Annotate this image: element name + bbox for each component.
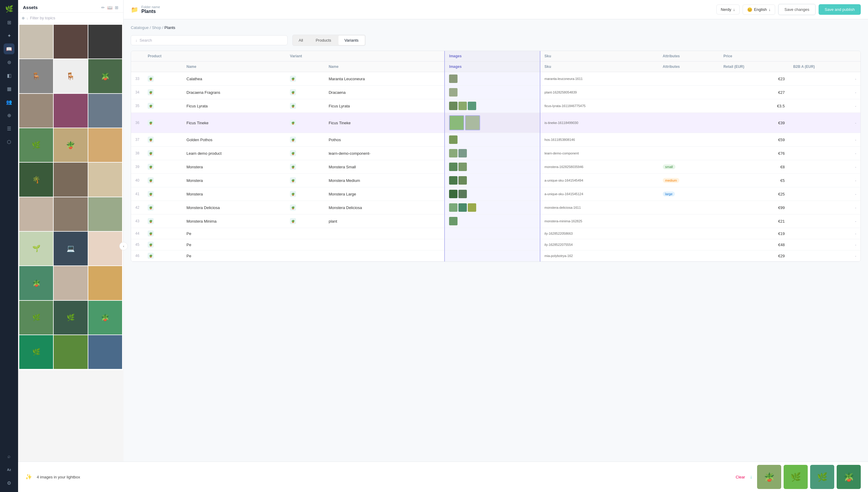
assets-header-actions: ✏ 📖 ⊞ <box>101 5 119 10</box>
language-button[interactable]: 😊 English ↓ <box>743 4 775 15</box>
tab-products[interactable]: Products <box>310 35 337 46</box>
asset-item[interactable]: 🌴 <box>19 163 53 196</box>
tab-all[interactable]: All <box>293 35 309 46</box>
asset-item[interactable]: 🪴 <box>19 266 53 300</box>
asset-item[interactable] <box>88 163 122 196</box>
lightbox-thumb-2[interactable]: 🌿 <box>784 465 808 489</box>
save-changes-button[interactable]: Save changes <box>778 4 816 15</box>
asset-item[interactable] <box>54 335 87 369</box>
table-row: 43 🪴 Monstera Minima 🪴 plant monstera-mi… <box>131 215 861 228</box>
lightbox-download-button[interactable]: ↓ <box>750 474 752 479</box>
variant-name-cell[interactable] <box>324 239 445 250</box>
images-cell <box>445 113 540 133</box>
chart-icon[interactable]: ▦ <box>4 83 15 94</box>
list-icon[interactable]: ☰ <box>4 123 15 134</box>
save-publish-button[interactable]: Save and publish <box>819 4 861 15</box>
table-row: 46 🪴 Pe mia-polybotrya-162 €29 - <box>131 250 861 262</box>
asset-item[interactable]: 🌿 <box>54 301 87 335</box>
product-name-cell[interactable]: Monstera <box>182 160 286 174</box>
product-name-cell[interactable]: Learn demo product <box>182 147 286 160</box>
product-name-cell[interactable]: Pe <box>182 250 286 262</box>
asset-item[interactable]: 🌿 <box>19 128 53 162</box>
grid-icon[interactable]: ⊞ <box>4 17 15 28</box>
asset-item[interactable] <box>54 163 87 196</box>
search-input[interactable] <box>139 38 283 43</box>
asset-item[interactable]: 🪴 <box>54 128 87 162</box>
asset-item[interactable] <box>54 94 87 128</box>
variant-name-cell[interactable]: Monstera Medium <box>324 174 445 187</box>
variant-name-cell[interactable]: Monstera Large <box>324 187 445 201</box>
asset-item[interactable] <box>88 25 122 58</box>
book-icon[interactable]: 📖 <box>107 5 112 10</box>
variant-name-cell[interactable]: Dracaena <box>324 86 445 99</box>
variant-name-cell[interactable]: Pothos <box>324 133 445 147</box>
asset-item[interactable]: 🌱 <box>19 232 53 266</box>
variant-name-cell[interactable]: plant <box>324 215 445 228</box>
asset-item[interactable] <box>88 94 122 128</box>
search-icon[interactable]: ⌕ <box>4 451 15 462</box>
puzzle-icon[interactable]: ⊛ <box>4 57 15 68</box>
variant-name-cell[interactable] <box>324 250 445 262</box>
asset-item[interactable] <box>19 197 53 231</box>
asset-item[interactable] <box>54 25 87 58</box>
connections-icon[interactable]: ✦ <box>4 30 15 41</box>
cube-icon[interactable]: ⬡ <box>4 137 15 147</box>
language-label: English <box>754 7 767 12</box>
variant-name-cell[interactable]: Maranta Leuconeura <box>324 72 445 86</box>
variant-name-cell[interactable]: Ficus Tineke <box>324 113 445 133</box>
breadcrumb-shop[interactable]: Shop <box>152 25 161 30</box>
variant-name-cell[interactable]: Ficus Lyrata <box>324 99 445 113</box>
tag-icon[interactable]: ⊕ <box>4 110 15 121</box>
variant-icon-cell: 🪴 <box>286 86 324 99</box>
product-name-cell[interactable]: Monstera <box>182 174 286 187</box>
people-icon[interactable]: 👥 <box>4 97 15 107</box>
lightbox-thumb-3[interactable]: 🌿 <box>810 465 834 489</box>
product-name-cell[interactable]: Monstera Deliciosa <box>182 201 286 215</box>
product-name-cell[interactable]: Ficus Tineke <box>182 113 286 133</box>
product-name-cell[interactable]: Calathea <box>182 72 286 86</box>
asset-item[interactable]: 🪑 <box>54 59 87 93</box>
search-arrow-icon: ↓ <box>135 38 137 43</box>
product-name-cell[interactable]: Dracaena Fragrans <box>182 86 286 99</box>
asset-item[interactable] <box>19 25 53 58</box>
product-name-cell[interactable]: Pe <box>182 239 286 250</box>
b2ba-cell: - <box>789 113 861 133</box>
asset-item[interactable] <box>54 266 87 300</box>
collapse-panel-button[interactable]: ‹ <box>120 242 128 250</box>
product-name-cell[interactable]: Monstera Minima <box>182 215 286 228</box>
product-name-cell[interactable]: Ficus Lyrata <box>182 99 286 113</box>
variant-name-cell[interactable]: Monstera Deliciosa <box>324 201 445 215</box>
asset-item[interactable]: 🪑 <box>19 59 53 93</box>
settings-icon[interactable]: ⚙ <box>4 477 15 488</box>
assets-icon[interactable]: 📖 <box>4 44 15 54</box>
layers-icon[interactable]: ◧ <box>4 70 15 81</box>
variant-name-cell[interactable] <box>324 228 445 239</box>
asset-item[interactable]: 🌿 <box>19 301 53 335</box>
asset-item[interactable]: 🌿 <box>19 335 53 369</box>
asset-item[interactable] <box>88 335 122 369</box>
lightbox-thumb-1[interactable]: 🪴 <box>757 465 781 489</box>
variant-name-cell[interactable]: Monstera Small <box>324 160 445 174</box>
filter-input[interactable] <box>30 16 120 20</box>
lightbox-clear-button[interactable]: Clear <box>736 475 745 479</box>
asset-item[interactable]: 🪴 <box>88 301 122 335</box>
asset-item[interactable] <box>54 197 87 231</box>
tab-variants[interactable]: Variants <box>339 35 365 45</box>
asset-item[interactable] <box>19 94 53 128</box>
asset-item[interactable]: 🪴 <box>88 59 122 93</box>
product-name-cell[interactable]: Monstera <box>182 187 286 201</box>
asset-item[interactable]: 💻 <box>54 232 87 266</box>
lightbox-thumb-4[interactable]: 🪴 <box>837 465 861 489</box>
nerdy-button[interactable]: Nerdy ↓ <box>716 4 740 15</box>
edit-icon[interactable]: ✏ <box>101 5 105 10</box>
asset-item[interactable] <box>88 232 122 266</box>
asset-item[interactable] <box>88 128 122 162</box>
product-name-cell[interactable]: Pe <box>182 228 286 239</box>
grid-view-icon[interactable]: ⊞ <box>115 5 119 10</box>
asset-item[interactable] <box>88 266 122 300</box>
variant-name-cell[interactable]: learn-demo-component- <box>324 147 445 160</box>
az-icon[interactable]: Az <box>4 464 15 475</box>
asset-item[interactable] <box>88 197 122 231</box>
product-name-cell[interactable]: Golden Pothos <box>182 133 286 147</box>
breadcrumb-catalogue[interactable]: Catalogue <box>131 25 149 30</box>
